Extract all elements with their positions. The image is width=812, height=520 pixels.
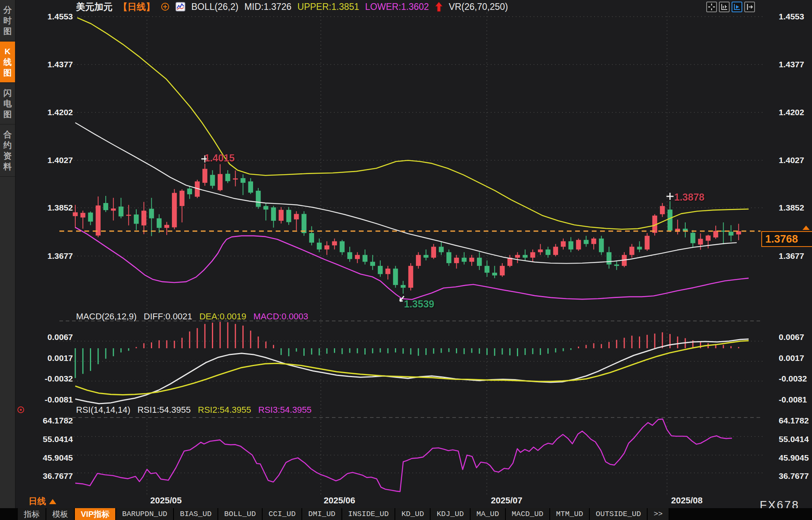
rsi2-value: RSI2:54.3955 xyxy=(198,405,252,415)
chart-header: 美元加元 【日线】 BOLL(26,2) MID:1.3726 UPPER:1.… xyxy=(76,1,508,12)
indicator-tab-bar: 指标模板VIP指标BARUPDN_UDBIAS_UDBOLL_UDCCI_UDD… xyxy=(0,508,812,520)
rsi3-value: RSI3:54.3955 xyxy=(258,405,312,415)
indicator-tab-barupdnud[interactable]: BARUPDN_UD xyxy=(116,508,174,520)
y-axis-label-main-left: 1.4553 xyxy=(0,12,73,21)
y-axis-label-rsi-right: 45.9045 xyxy=(779,453,809,463)
indicator-tab-[interactable]: 模板 xyxy=(46,508,75,520)
chart-canvas[interactable] xyxy=(0,0,812,520)
y-axis-label-macd-right: 0.0017 xyxy=(779,353,804,363)
indicator-tab-cciud[interactable]: CCI_UD xyxy=(263,508,302,520)
rsi1-value: RSI1:54.3955 xyxy=(137,405,191,415)
panel-toggle-icon[interactable] xyxy=(744,2,755,12)
y-axis-label-macd-right: -0.0081 xyxy=(779,395,807,404)
y-axis-label-main-right: 1.4027 xyxy=(779,156,804,165)
current-price-box: 1.3768 xyxy=(761,231,812,247)
rsi-name: RSI(14,14,14) xyxy=(76,405,130,415)
y-axis-label-macd-left: 0.0017 xyxy=(0,353,73,363)
y-axis-label-rsi-left: 64.1782 xyxy=(0,416,73,425)
sidebar-item-contract-info[interactable]: 合约资料 xyxy=(0,125,15,177)
y-axis-label-main-left: 1.3852 xyxy=(0,203,73,213)
y-axis-label-rsi-left: 55.0414 xyxy=(0,435,73,444)
macd-macd-value: MACD:0.0003 xyxy=(254,311,308,322)
y-axis-label-macd-right: 0.0067 xyxy=(779,332,804,342)
annotation-high-2: 1.3878 xyxy=(674,192,704,203)
y-axis-label-main-left: 1.3677 xyxy=(0,251,73,261)
indicator-tab-dmiud[interactable]: DMI_UD xyxy=(302,508,342,520)
macd-diff-value: DIFF:0.0021 xyxy=(144,311,192,322)
y-axis-label-macd-left: -0.0081 xyxy=(0,395,73,404)
y-axis-label-rsi-right: 55.0414 xyxy=(779,435,809,444)
y-axis-label-main-right: 1.4202 xyxy=(779,108,804,117)
annotation-high-1: 1.4015 xyxy=(204,152,234,164)
y-axis-label-main-right: 1.3677 xyxy=(779,251,804,261)
y-axis-label-macd-left: -0.0032 xyxy=(0,374,73,383)
sidebar-item-lightning-chart[interactable]: 闪电图 xyxy=(0,83,15,125)
price-pointer-icon xyxy=(802,226,810,230)
y-axis-label-macd-left: 0.0067 xyxy=(0,332,73,342)
annotation-low-1: 1.3539 xyxy=(404,298,434,310)
indicator-tab-mtmud[interactable]: MTM_UD xyxy=(550,508,590,520)
triangle-up-icon xyxy=(49,499,56,504)
indicator-tab-maud[interactable]: MA_UD xyxy=(471,508,506,520)
boll-mid-value: MID:1.3726 xyxy=(244,2,292,12)
indicator-marker-icon[interactable] xyxy=(17,406,24,413)
indicator-tab-macdud[interactable]: MACD_UD xyxy=(506,508,550,520)
boll-label: BOLL(26,2) xyxy=(191,2,238,12)
x-axis-month-label: 2025/06 xyxy=(324,495,355,506)
macd-header: MACD(26,12,9) DIFF:0.0021 DEA:0.0019 MAC… xyxy=(76,311,308,322)
indicator-tab-biasud[interactable]: BIAS_UD xyxy=(174,508,218,520)
axis-scale-icon[interactable] xyxy=(719,2,730,12)
y-axis-label-main-right: 1.4377 xyxy=(779,60,804,69)
macd-name: MACD(26,12,9) xyxy=(76,311,137,322)
pan-crosshair-icon[interactable] xyxy=(706,2,717,12)
indicator-tab-kdjud[interactable]: KDJ_UD xyxy=(431,508,470,520)
x-axis-month-label: 2025/07 xyxy=(491,495,522,506)
indicator-tab-outsideud[interactable]: OUTSIDE_UD xyxy=(590,508,648,520)
chart-toolbar xyxy=(706,2,755,12)
y-axis-label-main-right: 1.4553 xyxy=(779,12,804,21)
macd-dea-value: DEA:0.0019 xyxy=(199,311,246,322)
axis-play-icon[interactable] xyxy=(732,2,742,12)
period-selector[interactable]: 日线 xyxy=(29,495,56,507)
indicator-tab-bollud[interactable]: BOLL_UD xyxy=(218,508,263,520)
x-axis-month-label: 2025/08 xyxy=(671,495,703,506)
rsi-header: RSI(14,14,14) RSI1:54.3955 RSI2:54.3955 … xyxy=(76,405,312,415)
alert-up-arrow-icon xyxy=(435,2,443,12)
symbol-title: 美元加元 xyxy=(76,1,112,13)
y-axis-label-main-left: 1.4202 xyxy=(0,108,73,117)
indicator-tab-[interactable]: 指标 xyxy=(18,508,46,520)
y-axis-label-rsi-left: 36.7677 xyxy=(0,471,73,481)
y-axis-label-main-left: 1.4027 xyxy=(0,156,73,165)
period-selector-label: 日线 xyxy=(29,495,46,507)
boll-upper-value: UPPER:1.3851 xyxy=(297,2,359,12)
vr-label: VR(26,70,250) xyxy=(449,2,508,12)
mini-chart-icon[interactable] xyxy=(175,2,185,11)
indicator-tab-vip[interactable]: VIP指标 xyxy=(75,508,116,520)
boll-lower-value: LOWER:1.3602 xyxy=(365,2,429,12)
y-axis-label-main-right: 1.3852 xyxy=(779,203,804,213)
indicator-tab-insideud[interactable]: INSIDE_UD xyxy=(342,508,396,520)
y-axis-label-macd-right: -0.0032 xyxy=(779,374,807,383)
period-tag[interactable]: 【日线】 xyxy=(118,1,155,13)
indicator-tab-[interactable]: >> xyxy=(648,508,669,520)
add-indicator-icon[interactable] xyxy=(161,2,170,11)
indicator-tab-kdud[interactable]: KD_UD xyxy=(395,508,431,520)
x-axis-month-label: 2025/05 xyxy=(150,495,182,506)
y-axis-label-rsi-left: 45.9045 xyxy=(0,453,73,463)
y-axis-label-rsi-right: 64.1782 xyxy=(779,416,809,425)
y-axis-label-rsi-right: 36.7677 xyxy=(779,471,809,481)
y-axis-label-main-left: 1.4377 xyxy=(0,60,73,69)
